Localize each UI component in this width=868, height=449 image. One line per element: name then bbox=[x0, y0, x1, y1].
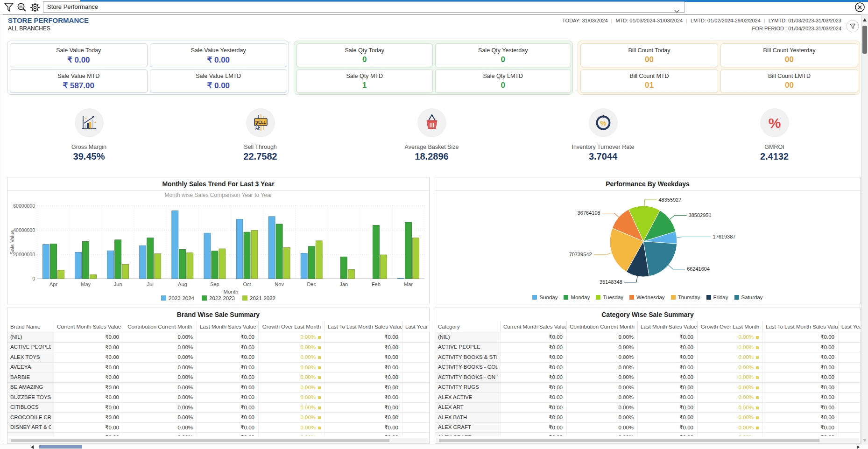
row-name: ACTIVITY BOOKS - ON THE GO bbox=[438, 375, 497, 380]
monthly-sales-trend-panel: Monthly Sales Trend For Last 3 Year Mont… bbox=[7, 177, 430, 304]
brand-name-cell: ACTIVITY BOOKS - ON THE GO bbox=[435, 372, 501, 383]
bar bbox=[308, 246, 315, 279]
callout-line bbox=[669, 265, 685, 269]
table-header-cell: Growth Over Last Month bbox=[698, 321, 763, 332]
table-cell: ₹0.00 bbox=[197, 433, 259, 436]
table-cell: ₹0.00 bbox=[763, 383, 839, 393]
table-header-cell: Last To Last Month Sales Value bbox=[325, 321, 402, 332]
kpi-card: Bill Count Yesterday00 bbox=[720, 43, 858, 67]
table-header-cell: Contribution Current Month bbox=[567, 321, 638, 332]
bar bbox=[405, 222, 411, 279]
date-separator: | bbox=[611, 18, 613, 23]
gmroi-icon: % bbox=[760, 108, 789, 137]
bar bbox=[172, 210, 178, 279]
kpi-label: Sale Value Today bbox=[10, 47, 147, 54]
table-row: (NIL)₹0.000.00%₹0.000.00%₹0.00 bbox=[435, 332, 860, 343]
horizontal-scrollbar[interactable] bbox=[0, 444, 868, 449]
bar bbox=[301, 253, 307, 279]
bar bbox=[348, 269, 354, 279]
page-filter-button[interactable] bbox=[846, 20, 859, 33]
settings-gear-icon[interactable] bbox=[30, 2, 40, 13]
growth-value: 0.00% bbox=[259, 433, 325, 436]
kpi-value: 0 bbox=[436, 81, 571, 90]
svg-text:%: % bbox=[768, 115, 781, 131]
close-button[interactable] bbox=[854, 2, 865, 13]
table-cell: ₹0.00 bbox=[325, 413, 402, 423]
legend-swatch bbox=[161, 295, 166, 301]
category-table-hscrollbar[interactable] bbox=[436, 438, 859, 442]
table-cell: ₹0.00 bbox=[54, 343, 123, 353]
brand-name-cell: ACTIVITY BOOKS & STICKER PADS bbox=[435, 352, 501, 363]
brand-table-hscrollbar[interactable] bbox=[8, 438, 428, 442]
brand-name-cell: ACTIVITY BOOKS - COLORING/PAINTI bbox=[435, 363, 501, 373]
growth-value: 0.00% bbox=[698, 403, 763, 413]
growth-value: 0.00% bbox=[259, 372, 325, 383]
category-table-hscroll-thumb[interactable] bbox=[439, 439, 819, 442]
growth-value: 0.00% bbox=[259, 413, 325, 423]
row-name: ACTIVE PEOPLE bbox=[438, 344, 480, 350]
row-name: BUZZBEE TOYS bbox=[10, 395, 51, 400]
kpi-label: Sale Value Yesterday bbox=[150, 47, 287, 54]
table-cell: ₹0.00 bbox=[638, 403, 698, 413]
table-cell: ₹0.00 bbox=[501, 433, 567, 436]
toolbar: Store Performance bbox=[0, 0, 868, 14]
table-row: ALEX CRAFT₹0.000.00%₹0.000.00%₹0.00 bbox=[435, 433, 860, 436]
bar bbox=[340, 257, 347, 279]
report-selector-combobox[interactable]: Store Performance bbox=[43, 1, 685, 13]
bar bbox=[50, 244, 57, 279]
x-tick-label: Dec bbox=[307, 281, 316, 287]
table-cell: ₹0.00 bbox=[763, 352, 839, 363]
brand-name-cell: AVEEYA bbox=[7, 363, 54, 373]
bar bbox=[283, 247, 290, 279]
callout-line bbox=[594, 253, 612, 255]
table-cell: ₹0.00 bbox=[638, 383, 698, 393]
table-cell: 0.00% bbox=[123, 352, 197, 363]
brand-name-cell: ALEX TOYS bbox=[7, 352, 54, 363]
bar bbox=[155, 253, 161, 279]
legend-swatch bbox=[564, 295, 568, 300]
legend-item: Sunday bbox=[532, 295, 557, 300]
filter-icon[interactable] bbox=[4, 2, 14, 13]
legend-item: 2022-2023 bbox=[202, 295, 235, 301]
kpi-label: Sale Qty Today bbox=[297, 47, 432, 54]
growth-indicator bbox=[318, 416, 321, 419]
bar bbox=[43, 245, 49, 279]
legend-swatch bbox=[242, 295, 247, 301]
row-name: ACTIVITY RUGS bbox=[438, 385, 479, 390]
callout-line bbox=[644, 200, 656, 206]
table-cell: ₹0.00 bbox=[54, 403, 123, 413]
sell-through-icon: SELL bbox=[246, 108, 275, 137]
table-cell bbox=[839, 363, 860, 373]
x-tick-label: Nov bbox=[275, 281, 284, 287]
vertical-scroll-thumb[interactable] bbox=[862, 26, 867, 54]
scroll-left-arrow[interactable] bbox=[31, 445, 34, 449]
brand-table-hscroll-thumb[interactable] bbox=[11, 439, 389, 442]
growth-indicator bbox=[756, 376, 759, 379]
scroll-right-arrow[interactable] bbox=[857, 445, 860, 449]
bar bbox=[244, 232, 250, 279]
explore-report-icon[interactable] bbox=[17, 2, 27, 13]
bar bbox=[122, 264, 129, 279]
table-cell bbox=[402, 352, 429, 363]
kpi-value: ₹ 587.00 bbox=[10, 81, 147, 91]
table-row: ACTIVE PEOPLE₹0.000.00%₹0.000.00%₹0.00 bbox=[435, 343, 860, 353]
horizontal-scroll-thumb[interactable] bbox=[39, 445, 82, 449]
growth-indicator bbox=[756, 396, 759, 399]
row-name: CITIBLOCS bbox=[10, 405, 39, 410]
vertical-scrollbar[interactable] bbox=[861, 14, 868, 444]
table-row: ALEX CRAFT₹0.000.00%₹0.000.00%₹0.00 bbox=[435, 423, 860, 433]
scroll-up-arrow[interactable] bbox=[863, 18, 867, 21]
pie-chart-svg: 1761938738582951483559273676410870739542… bbox=[435, 191, 861, 294]
legend-item: Tuesday bbox=[596, 295, 623, 300]
table-row: ALEX ACTIVE₹0.000.00%₹0.000.00%₹0.00 bbox=[435, 393, 860, 403]
x-tick-label: Apr bbox=[49, 281, 57, 287]
table-header: Brand NameCurrent Month Sales ValueContr… bbox=[7, 321, 430, 332]
legend-item: Monday bbox=[564, 295, 590, 300]
kpi-group-bill-count: Bill Count Today00Bill Count Yesterday00… bbox=[578, 41, 860, 95]
table-cell: 0.00% bbox=[567, 433, 638, 436]
scroll-down-arrow[interactable] bbox=[863, 439, 867, 442]
table-cell: ₹0.00 bbox=[54, 393, 123, 403]
row-name: DISNEY ART & CRAFT bbox=[10, 425, 51, 430]
kpi-value: ₹ 0.00 bbox=[150, 55, 287, 65]
table-cell: ₹0.00 bbox=[325, 433, 402, 436]
